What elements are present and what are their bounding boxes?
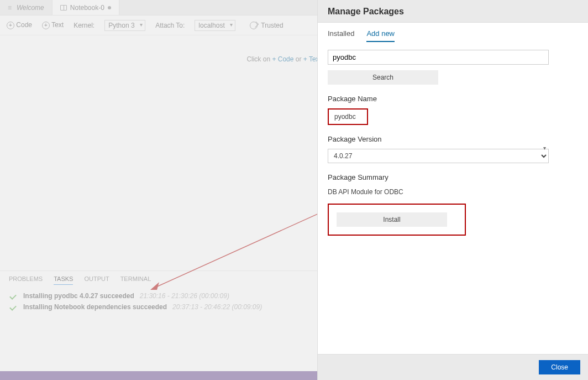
panel-title: Manage Packages: [318, 0, 588, 23]
task-time: 20:37:13 - 20:46:22 (00:09:09): [172, 303, 262, 311]
package-summary-label: Package Summary: [328, 173, 578, 181]
tab-installed[interactable]: Installed: [328, 29, 354, 42]
kernel-select[interactable]: Python 3: [104, 20, 145, 31]
hint-text: or: [293, 55, 303, 63]
attach-to-select[interactable]: localhost: [195, 20, 235, 31]
tab-welcome[interactable]: ≡ Welcome: [0, 0, 53, 15]
add-text-button[interactable]: + Text: [42, 21, 64, 29]
panel-tabs: Installed Add new: [328, 29, 578, 42]
checkmark-icon: [9, 304, 18, 310]
dirty-dot-icon: [108, 6, 111, 9]
hint-text: Click on: [246, 55, 272, 63]
search-button[interactable]: Search: [328, 70, 438, 85]
attach-to-label: Attach To:: [155, 22, 185, 29]
trusted-label: Trusted: [261, 22, 283, 29]
bottom-tab-output[interactable]: OUTPUT: [84, 275, 109, 285]
trusted-indicator[interactable]: Trusted: [250, 22, 283, 29]
add-code-label: Code: [16, 21, 32, 29]
hamburger-icon: ≡: [8, 4, 13, 12]
package-version-select[interactable]: 4.0.27: [328, 149, 549, 163]
plus-icon: +: [42, 22, 50, 29]
install-highlight-box: Install: [328, 204, 466, 236]
add-code-button[interactable]: + Code: [7, 21, 32, 29]
tab-add-new[interactable]: Add new: [366, 29, 395, 42]
task-time: 21:30:16 - 21:30:26 (00:00:09): [140, 292, 229, 300]
package-version-label: Package Version: [328, 135, 578, 143]
bottom-tab-tasks[interactable]: TASKS: [54, 275, 73, 285]
checkmark-icon: [9, 293, 18, 299]
close-button[interactable]: Close: [539, 360, 580, 374]
trusted-icon: [250, 22, 258, 29]
plus-icon: +: [7, 22, 14, 29]
package-name-value: pyodbc: [328, 108, 368, 125]
package-summary-value: DB API Module for ODBC: [328, 188, 578, 196]
manage-packages-panel: Manage Packages Installed Add new Search…: [317, 0, 588, 380]
install-button[interactable]: Install: [337, 212, 447, 227]
package-name-label: Package Name: [328, 95, 578, 103]
task-message: Installing pyodbc 4.0.27 succeeded: [23, 292, 134, 300]
bottom-tab-terminal[interactable]: TERMINAL: [120, 275, 151, 285]
kernel-label: Kernel:: [74, 22, 95, 29]
bottom-tab-problems[interactable]: PROBLEMS: [9, 275, 43, 285]
tab-welcome-label: Welcome: [17, 4, 44, 12]
panel-footer: Close: [318, 354, 588, 380]
hint-code-link[interactable]: + Code: [272, 55, 293, 63]
package-search-input[interactable]: [328, 50, 549, 65]
notebook-icon: [60, 5, 67, 11]
add-text-label: Text: [51, 21, 64, 29]
tab-notebook-label: Notebook-0: [70, 4, 104, 12]
task-message: Installing Notebook dependencies succeed…: [23, 303, 167, 311]
tab-notebook[interactable]: Notebook-0: [53, 0, 119, 15]
